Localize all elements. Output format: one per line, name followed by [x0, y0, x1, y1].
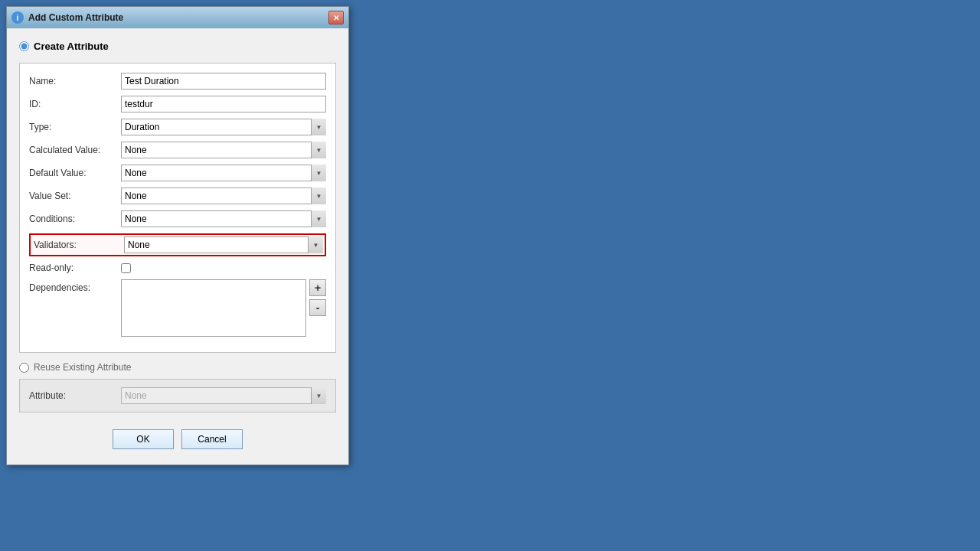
reuse-form: Attribute: None ▼ [19, 379, 336, 412]
attribute-select-wrapper: None ▼ [121, 387, 326, 404]
readonly-label: Read-only: [29, 262, 121, 273]
ok-button[interactable]: OK [113, 429, 174, 449]
title-bar: i Add Custom Attribute ✕ [7, 7, 348, 28]
dialog-icon: i [11, 11, 24, 24]
type-select[interactable]: Duration String Integer Float Boolean Da… [121, 119, 326, 135]
validators-select[interactable]: None [124, 236, 323, 253]
reuse-attribute-radio[interactable] [19, 363, 29, 373]
cancel-button[interactable]: Cancel [181, 429, 243, 449]
type-label: Type: [29, 122, 121, 132]
dependencies-textarea[interactable] [121, 279, 306, 337]
calculated-label: Calculated Value: [29, 145, 121, 155]
valueset-row: Value Set: None ▼ [29, 187, 326, 204]
conditions-label: Conditions: [29, 214, 121, 224]
default-row: Default Value: None ▼ [29, 165, 326, 181]
default-select-wrapper: None ▼ [121, 165, 326, 181]
dependencies-container: + - [121, 279, 326, 337]
conditions-select[interactable]: None [121, 210, 326, 227]
validators-label: Validators: [32, 240, 124, 250]
id-input[interactable] [121, 96, 326, 112]
readonly-row: Read-only: [29, 262, 326, 273]
valueset-label: Value Set: [29, 191, 121, 201]
reuse-attribute-label[interactable]: Reuse Existing Attribute [19, 362, 336, 373]
dialog-title: Add Custom Attribute [28, 12, 123, 23]
type-select-wrapper: Duration String Integer Float Boolean Da… [121, 119, 326, 135]
name-input[interactable] [121, 73, 326, 90]
id-label: ID: [29, 99, 121, 109]
close-button[interactable]: ✕ [328, 11, 344, 24]
calculated-select[interactable]: None [121, 142, 326, 158]
conditions-select-wrapper: None ▼ [121, 210, 326, 227]
button-row: OK Cancel [19, 423, 336, 452]
dialog: i Add Custom Attribute ✕ Create Attribut… [6, 6, 349, 465]
attribute-label: Attribute: [29, 390, 121, 401]
dependencies-label: Dependencies: [29, 279, 121, 293]
name-row: Name: [29, 73, 326, 90]
type-row: Type: Duration String Integer Float Bool… [29, 119, 326, 135]
default-label: Default Value: [29, 168, 121, 178]
attribute-row: Attribute: None ▼ [29, 387, 326, 404]
dialog-content: Create Attribute Name: ID: Type: [7, 28, 348, 465]
id-row: ID: [29, 96, 326, 112]
dependencies-row: Dependencies: + - [29, 279, 326, 337]
attribute-select[interactable]: None [121, 387, 326, 404]
readonly-checkbox[interactable] [121, 263, 131, 273]
title-bar-left: i Add Custom Attribute [11, 11, 123, 24]
default-select[interactable]: None [121, 165, 326, 181]
name-label: Name: [29, 76, 121, 86]
validators-row: Validators: None ▼ [29, 233, 326, 256]
create-attribute-section: Create Attribute [19, 41, 336, 52]
create-attribute-radio[interactable] [19, 41, 29, 51]
reuse-attribute-section: Reuse Existing Attribute Attribute: None… [19, 362, 336, 412]
create-attribute-label[interactable]: Create Attribute [19, 41, 336, 52]
validators-select-wrapper: None ▼ [124, 236, 323, 253]
remove-dependency-button[interactable]: - [309, 299, 326, 316]
add-dependency-button[interactable]: + [309, 279, 326, 296]
valueset-select[interactable]: None [121, 187, 326, 204]
dependencies-buttons: + - [309, 279, 326, 337]
conditions-row: Conditions: None ▼ [29, 210, 326, 227]
desktop: i Add Custom Attribute ✕ Create Attribut… [0, 0, 980, 551]
calculated-select-wrapper: None ▼ [121, 142, 326, 158]
calculated-row: Calculated Value: None ▼ [29, 142, 326, 158]
valueset-select-wrapper: None ▼ [121, 187, 326, 204]
form-area: Name: ID: Type: Duration String Inte [19, 63, 336, 353]
